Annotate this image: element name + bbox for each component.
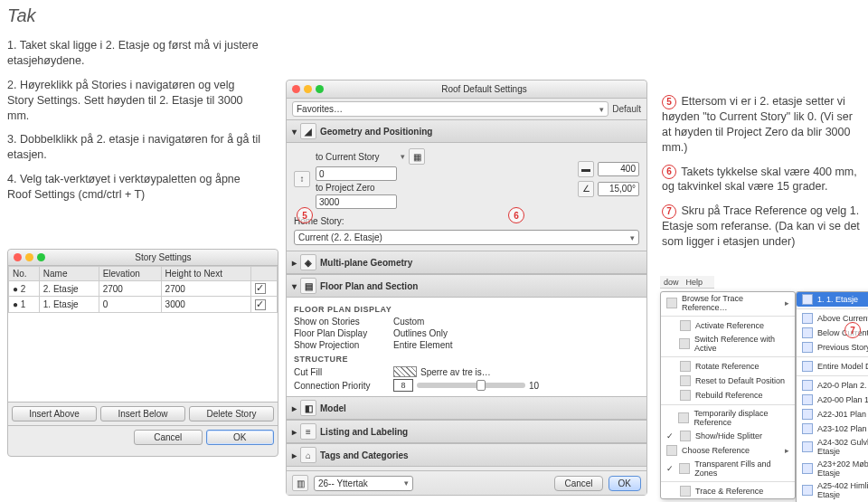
- menu-rotate-reference[interactable]: Rotate Reference: [661, 359, 795, 374]
- splitter-icon: [680, 431, 691, 441]
- submenu-a25[interactable]: A25-402 Himlingsplan 2. Etasje: [797, 479, 868, 501]
- favorites-dropdown[interactable]: Favorites…▾: [292, 101, 609, 117]
- submenu-previous[interactable]: Previous Story: [797, 340, 868, 355]
- show-projection-row[interactable]: Show Projection Entire Element: [294, 339, 639, 351]
- col-ck: [251, 267, 278, 281]
- above-icon: [802, 313, 813, 324]
- close-icon[interactable]: [292, 85, 300, 93]
- section-geometry[interactable]: ▾ ◢ Geometry and Positioning: [287, 119, 646, 143]
- marker-6: 6: [508, 207, 524, 223]
- menu-switch-reference[interactable]: Switch Reference with Active: [661, 333, 795, 355]
- marker-7b: 7: [844, 322, 861, 338]
- col-name: Name: [39, 267, 99, 281]
- section-listing[interactable]: ▸ ≡ Listing and Labeling: [287, 420, 646, 443]
- submenu-a22[interactable]: A22-J01 Plan 2. Etasje: [797, 407, 868, 421]
- submenu-a24[interactable]: A24-302 Gulvbeleggsplan 2. Etasje: [797, 436, 868, 458]
- default-label: Default: [612, 104, 641, 114]
- disclosure-icon: ▸: [292, 450, 297, 460]
- checkbox-icon[interactable]: [255, 283, 266, 294]
- menu-transparent-fills[interactable]: Transparent Fills and Zones: [661, 458, 795, 479]
- table-row[interactable]: ● 1 1. Etasje 0 3000: [9, 297, 278, 312]
- home-story-dropdown[interactable]: Current (2. 2. Etasje)▾: [294, 230, 639, 245]
- show-on-stories-row[interactable]: Show on Stories Custom: [294, 316, 639, 327]
- section-model[interactable]: ▸ ◧ Model: [287, 396, 646, 420]
- thickness-icon: ▬: [578, 161, 594, 177]
- disclosure-icon: ▸: [292, 427, 297, 437]
- table-row[interactable]: ● 2 2. Etasje 2700 2700: [9, 281, 278, 297]
- submenu-a20-0[interactable]: A20-0 Plan 2. Etasje: [797, 378, 868, 393]
- menu-trace-reference[interactable]: Trace & Reference: [661, 484, 795, 498]
- current-height-input[interactable]: 0: [316, 166, 397, 181]
- choose-icon: [666, 445, 677, 456]
- col-height: Height to Next: [161, 267, 251, 281]
- rotate-icon: [680, 361, 691, 372]
- insert-below-button[interactable]: Insert Below: [100, 406, 185, 421]
- zoom-icon[interactable]: [37, 253, 45, 261]
- angle-input[interactable]: 15,00°: [598, 182, 639, 196]
- cancel-button[interactable]: Cancel: [554, 476, 602, 491]
- height-icon: ↕: [294, 171, 310, 187]
- rebuild-icon: [680, 390, 691, 401]
- multiplane-icon: ◈: [300, 254, 316, 270]
- structure-head: STRUCTURE: [294, 351, 639, 365]
- insert-above-button[interactable]: Insert Above: [12, 406, 97, 421]
- sheet-icon: [802, 409, 813, 420]
- roof-title: Roof Default Settings: [327, 84, 641, 94]
- cut-fill-row[interactable]: Cut Fill Sperre av tre is…: [294, 365, 639, 378]
- story-settings-dialog: Story Settings No. Name Elevation Height…: [7, 249, 278, 457]
- cancel-button[interactable]: Cancel: [134, 430, 203, 445]
- layer-icon[interactable]: ▥: [292, 475, 308, 491]
- menu-choose-reference-2[interactable]: Choose Reference: [661, 443, 795, 458]
- col-elev: Elevation: [99, 267, 161, 281]
- thickness-input[interactable]: 400: [598, 162, 639, 176]
- sheet-icon: [802, 394, 813, 405]
- ok-button[interactable]: OK: [206, 430, 275, 445]
- minimize-icon[interactable]: [304, 85, 312, 93]
- story-table: No. Name Elevation Height to Next ● 2 2.…: [8, 266, 278, 313]
- zero-height-input[interactable]: 3000: [316, 194, 397, 209]
- chevron-down-icon: ▾: [404, 478, 409, 488]
- menu-temp-displace[interactable]: Temporarily displace Reference: [661, 407, 795, 429]
- zoom-icon[interactable]: [316, 85, 324, 93]
- layer-dropdown[interactable]: 26-- Yttertak▾: [314, 476, 413, 491]
- submenu-a20-00[interactable]: A20-00 Plan 1. Etasje: [797, 393, 868, 407]
- submenu-a23-202[interactable]: A23+202 Møbleringsplan 2. Etasje: [797, 458, 868, 479]
- checkbox-icon[interactable]: [255, 299, 266, 310]
- menu-choose-reference[interactable]: Browse for Trace Reference…: [661, 292, 795, 314]
- sheet-icon: [802, 380, 813, 391]
- menu-activate-reference[interactable]: Activate Reference: [661, 318, 795, 333]
- ok-button[interactable]: OK: [609, 476, 641, 491]
- submenu-1-etasje[interactable]: 1. 1. Etasje: [797, 292, 868, 307]
- menu-reset-reference[interactable]: Reset to Default Position: [661, 374, 795, 388]
- chevron-down-icon: ▾: [599, 105, 604, 114]
- roof-icon: ◢: [300, 123, 316, 139]
- delete-story-button[interactable]: Delete Story: [189, 406, 274, 421]
- section-multiplane[interactable]: ▸ ◈ Multi-plane Geometry: [287, 251, 646, 274]
- chevron-down-icon[interactable]: ▾: [401, 152, 405, 161]
- menubar-fragment: dow Help: [660, 276, 714, 289]
- priority-readout: 10: [529, 381, 539, 391]
- section-tags[interactable]: ▸ ⌂ Tags and Categories: [287, 443, 646, 467]
- sheet-icon: [802, 441, 813, 452]
- minimize-icon[interactable]: [25, 253, 33, 261]
- priority-slider[interactable]: [417, 383, 525, 388]
- connection-priority-row[interactable]: Connection Priority 8 10: [294, 378, 639, 393]
- reference-icon[interactable]: ▦: [409, 148, 425, 165]
- transparent-icon: [679, 463, 690, 474]
- tags-icon: ⌂: [300, 447, 316, 463]
- section-floorplan[interactable]: ▾ ▤ Floor Plan and Section: [287, 274, 646, 298]
- menu-window[interactable]: dow: [664, 278, 679, 287]
- story-title: Story Settings: [49, 252, 278, 262]
- menu-rebuild-reference[interactable]: Rebuild Reference: [661, 388, 795, 403]
- disclosure-icon: ▸: [292, 403, 297, 413]
- menu-show-splitter[interactable]: Show/Hide Splitter: [661, 429, 795, 443]
- menu-help[interactable]: Help: [686, 278, 703, 287]
- sheet-icon: [802, 463, 813, 474]
- reset-icon: [680, 375, 691, 386]
- fp-display-row[interactable]: Floor Plan Display Outlines Only: [294, 327, 639, 339]
- close-icon[interactable]: [14, 253, 22, 261]
- submenu-display[interactable]: Entire Model Display: [797, 359, 868, 374]
- submenu-a23-102[interactable]: A23-102 Plan 2. Etasje: [797, 421, 868, 436]
- browse-icon: [666, 298, 677, 308]
- instructions-left: 1. Taket skal ligge i 2. Etasje og først…: [7, 38, 260, 212]
